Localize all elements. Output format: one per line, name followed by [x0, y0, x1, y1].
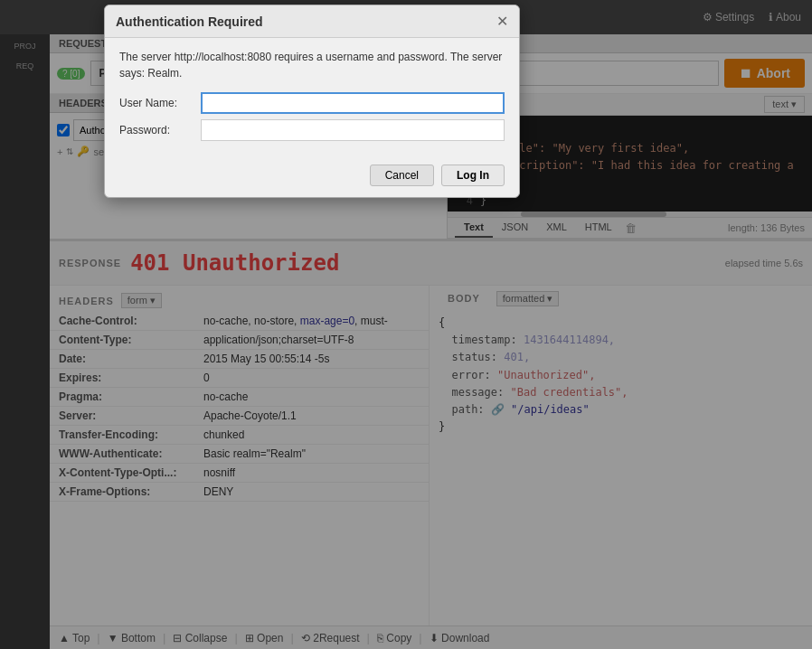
- modal-body: The server http://localhost:8080 require…: [105, 38, 519, 157]
- modal-overlay: Authentication Required ✕ The server htt…: [0, 0, 812, 649]
- username-label: User Name:: [119, 97, 201, 109]
- modal-actions: Cancel Log In: [105, 157, 519, 197]
- username-input[interactable]: [201, 92, 505, 114]
- modal-title-bar: Authentication Required ✕: [105, 5, 519, 38]
- password-label: Password:: [119, 124, 201, 136]
- cancel-button[interactable]: Cancel: [370, 165, 434, 186]
- modal-title: Authentication Required: [116, 14, 263, 29]
- password-input[interactable]: [201, 119, 505, 141]
- login-button[interactable]: Log In: [441, 165, 505, 186]
- password-field-row: Password:: [119, 119, 505, 141]
- auth-modal: Authentication Required ✕ The server htt…: [104, 5, 520, 198]
- username-field-row: User Name:: [119, 92, 505, 114]
- modal-message: The server http://localhost:8080 require…: [119, 49, 505, 81]
- modal-close-button[interactable]: ✕: [496, 13, 508, 30]
